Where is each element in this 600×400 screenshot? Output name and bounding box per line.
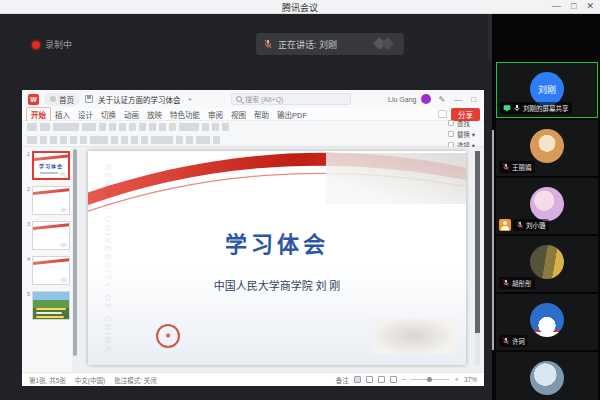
view-reading-icon[interactable] [378,376,385,383]
sidebar-scrollbar[interactable] [492,130,494,350]
toolbar-icon[interactable] [159,123,166,131]
toolbar-icon[interactable] [179,123,199,131]
toolbar-icon[interactable] [121,136,128,144]
toolbar-icon[interactable] [119,123,126,131]
toolbar-icon[interactable] [50,136,57,144]
ribbon-tab-review[interactable]: 审阅 [204,108,227,121]
ribbon-tab-features[interactable]: 特色功能 [166,108,204,121]
slide-thumbnail-3[interactable]: 3 [25,221,70,250]
slide-thumbnail-4[interactable]: 4 [25,256,70,285]
toolbar-icon[interactable] [82,123,96,131]
tencent-meeting-window: 腾讯会议 — □ ✕ 录制中 正在讲话: 刘刚 W [0,0,600,400]
mic-icon [513,104,521,112]
toolbar-icon[interactable] [186,136,193,144]
toolbar-icon[interactable] [141,136,148,144]
participant-tile-xuke[interactable]: 许珂 [496,294,598,350]
participant-tile-partial[interactable] [496,352,598,400]
toolbar-icon[interactable] [151,136,173,144]
ribbon-tab-view[interactable]: 视图 [227,108,250,121]
minimize-button[interactable]: — [552,1,561,11]
toolbar-icon[interactable] [90,136,108,144]
status-annotation: 批注模式: 关闭 [114,375,157,385]
toolbar-icon[interactable] [70,136,77,144]
toolbar-icon[interactable] [80,136,87,144]
muted-mic-icon [263,39,273,49]
participant-label: 刘刚的屏幕共享 [500,102,572,114]
status-language: 中文(中国) [75,375,105,385]
toolbar-icon[interactable] [129,123,136,131]
new-tab-button[interactable]: + [186,95,195,104]
wps-minimize-button[interactable]: — [452,95,464,104]
wps-restore-button[interactable]: □ [469,95,478,104]
zoom-out-button[interactable]: − [402,375,407,384]
slide-thumbnail-2[interactable]: 2 [25,186,70,215]
document-tab[interactable]: 关于认证方面的学习体会 [98,94,181,105]
ribbon-tab-insert[interactable]: 插入 [51,108,74,121]
participant-label: 许珂 [499,335,528,347]
replace-icon [448,131,454,137]
view-sorter-icon[interactable] [366,376,373,383]
view-normal-icon[interactable] [354,376,361,383]
ribbon-tab-transition[interactable]: 切换 [97,108,120,121]
toolbar-icon[interactable] [60,136,67,144]
ribbon-tab-animation[interactable]: 动画 [120,108,143,121]
toolbar-icon[interactable] [196,136,210,144]
canvas-scrollbar[interactable] [475,151,480,365]
view-slideshow-icon[interactable] [390,376,397,383]
find-button[interactable]: 查找 [457,118,470,128]
participant-tile-hutongtong[interactable]: 胡彤彤 [496,236,598,292]
zoom-slider[interactable] [411,379,449,380]
toolbar-icon[interactable] [213,136,220,144]
participant-tile-liugang[interactable]: 刘刚 刘刚的屏幕共享 [496,62,598,118]
slide-subtitle: 中国人民大学商学院 刘 刚 [88,277,466,293]
ribbon-tab-export-pdf[interactable]: 输出PDF [273,108,311,121]
toolbar-icon[interactable] [27,136,37,144]
ribbon-collapse-icon[interactable] [438,110,447,118]
toolbar-icon[interactable] [169,123,176,131]
edit-mode-icon[interactable]: ✎ [436,95,447,104]
toolbar-icon[interactable] [109,123,116,131]
thumb-watermark [58,171,67,177]
muted-mic-icon [502,163,510,171]
slide-thumbnail-1[interactable]: 1 学习体会 [25,151,70,180]
notes-button[interactable]: 备注 [336,375,349,385]
maximize-button[interactable]: □ [571,1,576,11]
toolbar-icon[interactable] [53,123,79,131]
toolbar-icon[interactable] [27,123,37,131]
muted-mic-icon [516,221,524,229]
slide-thumbnail-5[interactable]: 5 [25,291,70,320]
save-icon[interactable] [85,95,93,103]
toolbar-row-paragraph[interactable] [27,136,229,144]
participant-tile-wanglijuan[interactable]: 王丽娟 [496,120,598,176]
ribbon-tab-slideshow[interactable]: 放映 [143,108,166,121]
zoom-in-button[interactable]: + [454,375,459,384]
wps-search-box[interactable]: 搜索 (Alt+Q) [231,93,351,105]
toolbar-icon[interactable] [40,123,50,131]
toolbar-icon[interactable] [149,123,156,131]
toolbar-icon[interactable] [131,136,138,144]
participant-tile-liuxiaolu[interactable]: 刘小璐 [496,178,598,234]
close-button[interactable]: ✕ [586,1,594,11]
toolbar-row-font[interactable] [27,123,229,131]
ribbon-tab-design[interactable]: 设计 [74,108,97,121]
ribbon-tab-help[interactable]: 帮助 [250,108,273,121]
avatar [530,129,564,163]
wps-home-tab[interactable]: 首页 [44,93,80,106]
toolbar-icon[interactable] [222,123,229,131]
current-slide[interactable]: RENMIN UNIVERSITY OF CHINA ★ 学习体会 中国人民大学… [88,151,466,365]
avatar [530,187,564,221]
ribbon-tab-home[interactable]: 开始 [26,107,51,122]
faded-corner-image [372,318,455,354]
toolbar-icon[interactable] [111,136,118,144]
toolbar-icon[interactable] [212,123,219,131]
toolbar-icon[interactable] [99,123,106,131]
toolbar-icon[interactable] [139,123,146,131]
toolbar-icon[interactable] [40,136,47,144]
toolbar-icon[interactable] [176,136,183,144]
wps-statusbar: 第1张, 共5张 中文(中国) 批注模式: 关闭 备注 − + 37% [22,372,484,386]
toolbar-icon[interactable] [202,123,209,131]
ribbon-tabs: 开始 插入 设计 切换 动画 放映 特色功能 审阅 视图 帮助 输出PDF 分享 [22,108,484,121]
wps-user-avatar[interactable] [421,94,431,104]
search-icon [236,96,242,102]
replace-button[interactable]: 替换 ▾ [457,129,475,139]
